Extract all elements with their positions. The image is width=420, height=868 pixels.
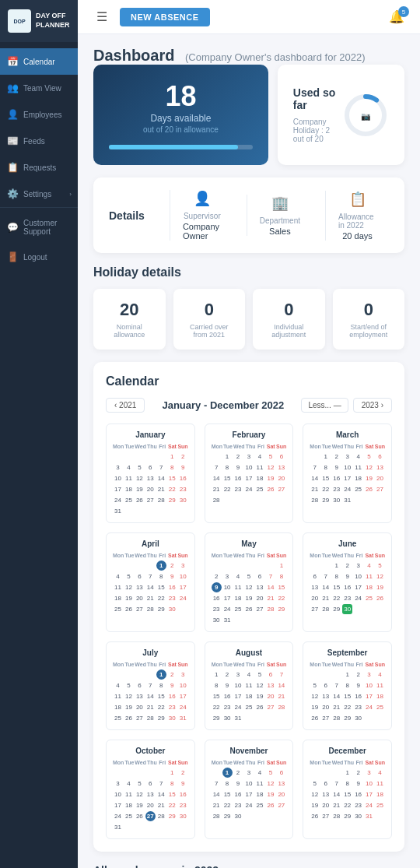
calendar-day[interactable]: 28 xyxy=(320,604,331,614)
calendar-day[interactable]: 6 xyxy=(265,669,275,680)
calendar-day[interactable]: 30 xyxy=(167,604,177,614)
calendar-day[interactable]: 10 xyxy=(113,473,123,483)
calendar-day[interactable]: 1 xyxy=(222,452,233,462)
calendar-day[interactable]: 31 xyxy=(113,822,123,832)
calendar-day[interactable]: 21 xyxy=(156,800,166,810)
calendar-day[interactable]: 29 xyxy=(276,604,286,614)
calendar-day[interactable]: 22 xyxy=(156,593,166,603)
calendar-day[interactable]: 2 xyxy=(167,561,177,571)
calendar-day[interactable]: 1 xyxy=(156,669,166,680)
calendar-day[interactable]: 15 xyxy=(167,789,177,799)
calendar-day[interactable]: 17 xyxy=(353,582,363,592)
calendar-day[interactable]: 9 xyxy=(342,571,352,582)
less-button[interactable]: Less... — xyxy=(301,398,348,413)
calendar-day[interactable]: 27 xyxy=(254,604,264,614)
calendar-day[interactable]: 11 xyxy=(124,473,134,483)
calendar-day[interactable]: 14 xyxy=(331,691,341,701)
calendar-day[interactable]: 6 xyxy=(145,462,156,473)
calendar-day[interactable]: 8 xyxy=(222,462,233,473)
calendar-day[interactable]: 2 xyxy=(342,561,352,571)
calendar-day[interactable]: 24 xyxy=(364,702,374,712)
calendar-day[interactable]: 13 xyxy=(254,582,264,592)
calendar-day[interactable]: 8 xyxy=(156,680,166,691)
calendar-day[interactable]: 30 xyxy=(178,811,188,821)
calendar-day[interactable]: 15 xyxy=(167,473,177,483)
calendar-day[interactable]: 12 xyxy=(364,462,374,473)
calendar-day[interactable]: 19 xyxy=(244,593,254,603)
calendar-day[interactable]: 18 xyxy=(254,789,264,799)
calendar-day[interactable]: 10 xyxy=(342,462,352,473)
calendar-day[interactable]: 27 xyxy=(320,811,331,821)
calendar-day[interactable]: 20 xyxy=(276,789,286,799)
calendar-day[interactable]: 19 xyxy=(124,702,134,712)
calendar-day[interactable]: 5 xyxy=(124,571,134,582)
calendar-day[interactable]: 14 xyxy=(276,680,286,691)
calendar-day[interactable]: 17 xyxy=(364,691,374,701)
calendar-day[interactable]: 17 xyxy=(233,691,243,701)
calendar-day[interactable]: 28 xyxy=(212,495,222,505)
calendar-day[interactable]: 2 xyxy=(233,452,243,462)
calendar-day[interactable]: 30 xyxy=(353,811,363,821)
calendar-day[interactable]: 14 xyxy=(265,582,275,592)
calendar-day[interactable]: 27 xyxy=(276,484,286,494)
calendar-day[interactable]: 31 xyxy=(222,615,233,625)
calendar-day[interactable]: 24 xyxy=(178,593,188,603)
calendar-day[interactable]: 22 xyxy=(212,702,222,712)
calendar-day[interactable]: 19 xyxy=(375,582,385,592)
calendar-day[interactable]: 23 xyxy=(353,800,363,810)
calendar-day[interactable]: 30 xyxy=(233,811,243,821)
calendar-day[interactable]: 18 xyxy=(113,702,123,712)
calendar-day[interactable]: 4 xyxy=(254,452,264,462)
calendar-day[interactable]: 8 xyxy=(167,778,177,789)
calendar-day[interactable]: 29 xyxy=(320,495,331,505)
calendar-day[interactable]: 5 xyxy=(265,452,275,462)
calendar-day[interactable]: 17 xyxy=(244,789,254,799)
calendar-day[interactable]: 17 xyxy=(178,582,188,592)
calendar-day[interactable]: 7 xyxy=(212,462,222,473)
calendar-day[interactable]: 24 xyxy=(244,484,254,494)
calendar-day[interactable]: 19 xyxy=(254,691,264,701)
calendar-day[interactable]: 18 xyxy=(364,582,374,592)
calendar-day[interactable]: 21 xyxy=(331,702,341,712)
calendar-day[interactable]: 17 xyxy=(113,800,123,810)
calendar-day[interactable]: 16 xyxy=(233,789,243,799)
calendar-day[interactable]: 7 xyxy=(145,680,156,691)
calendar-day[interactable]: 22 xyxy=(342,800,352,810)
calendar-day[interactable]: 9 xyxy=(212,582,222,592)
calendar-day[interactable]: 29 xyxy=(342,713,352,723)
calendar-day[interactable]: 13 xyxy=(145,473,156,483)
calendar-day[interactable]: 6 xyxy=(276,452,286,462)
calendar-day[interactable]: 28 xyxy=(276,702,286,712)
calendar-day[interactable]: 11 xyxy=(254,778,264,789)
calendar-day[interactable]: 17 xyxy=(222,593,233,603)
calendar-day[interactable]: 11 xyxy=(364,571,374,582)
calendar-day[interactable]: 15 xyxy=(342,691,352,701)
calendar-day[interactable]: 28 xyxy=(156,495,166,505)
calendar-day[interactable]: 25 xyxy=(254,484,264,494)
calendar-day[interactable]: 1 xyxy=(276,561,286,571)
calendar-day[interactable]: 8 xyxy=(342,778,352,789)
calendar-day[interactable]: 18 xyxy=(254,473,264,483)
calendar-day[interactable]: 31 xyxy=(233,713,243,723)
calendar-day[interactable]: 10 xyxy=(178,571,188,582)
calendar-day[interactable]: 4 xyxy=(233,571,243,582)
calendar-day[interactable]: 5 xyxy=(124,680,134,691)
calendar-day[interactable]: 6 xyxy=(375,452,385,462)
calendar-day[interactable]: 4 xyxy=(124,778,134,789)
calendar-day[interactable]: 4 xyxy=(364,561,374,571)
calendar-day[interactable]: 16 xyxy=(178,789,188,799)
calendar-day[interactable]: 12 xyxy=(310,789,320,799)
calendar-day[interactable]: 23 xyxy=(353,702,363,712)
calendar-day[interactable]: 27 xyxy=(320,713,331,723)
calendar-day[interactable]: 7 xyxy=(331,680,341,691)
calendar-day[interactable]: 11 xyxy=(254,462,264,473)
calendar-day[interactable]: 3 xyxy=(244,768,254,778)
sidebar-item-team-view[interactable]: 👥 Team View xyxy=(0,75,78,101)
calendar-day[interactable]: 15 xyxy=(222,789,233,799)
calendar-day[interactable]: 12 xyxy=(244,582,254,592)
calendar-day[interactable]: 17 xyxy=(342,473,352,483)
calendar-day[interactable]: 18 xyxy=(124,484,134,494)
calendar-day[interactable]: 3 xyxy=(364,768,374,778)
calendar-day[interactable]: 8 xyxy=(212,680,222,691)
calendar-day[interactable]: 23 xyxy=(178,800,188,810)
